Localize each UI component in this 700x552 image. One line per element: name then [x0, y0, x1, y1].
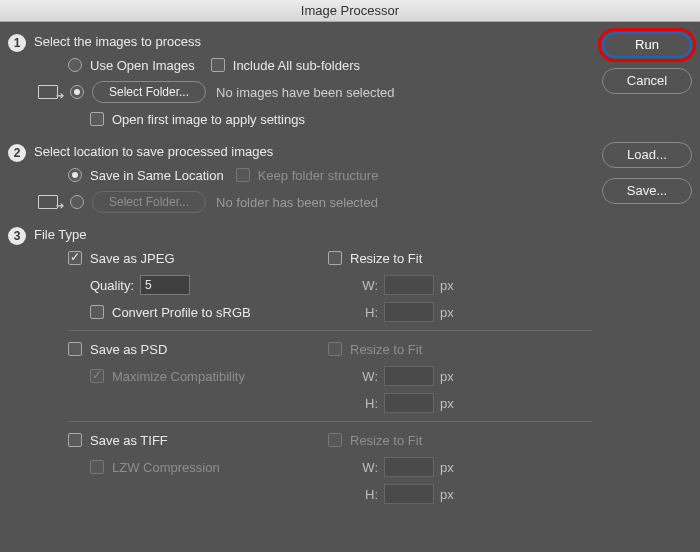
save-as-psd-checkbox[interactable]	[68, 342, 82, 356]
divider	[68, 421, 592, 422]
jpeg-h-label: H:	[350, 305, 378, 320]
save-button[interactable]: Save...	[602, 178, 692, 204]
cancel-button[interactable]: Cancel	[602, 68, 692, 94]
lzw-compression-checkbox	[90, 460, 104, 474]
convert-srgb-checkbox[interactable]	[90, 305, 104, 319]
select-folder-radio[interactable]	[70, 85, 84, 99]
jpeg-w-unit: px	[440, 278, 454, 293]
run-button[interactable]: Run	[602, 32, 692, 58]
save-same-location-radio[interactable]	[68, 168, 82, 182]
include-subfolders-label: Include All sub-folders	[233, 58, 360, 73]
no-folder-note: No folder has been selected	[216, 195, 378, 210]
jpeg-h-unit: px	[440, 305, 454, 320]
psd-height-input	[384, 393, 434, 413]
psd-w-label: W:	[350, 369, 378, 384]
step2-title: Select location to save processed images	[34, 144, 592, 159]
jpeg-resize-label: Resize to Fit	[350, 251, 422, 266]
jpeg-quality-input[interactable]	[140, 275, 190, 295]
save-as-jpeg-label: Save as JPEG	[90, 251, 175, 266]
tiff-width-input	[384, 457, 434, 477]
jpeg-height-input	[384, 302, 434, 322]
jpeg-w-label: W:	[350, 278, 378, 293]
save-select-folder-radio[interactable]	[70, 195, 84, 209]
save-same-location-label: Save in Same Location	[90, 168, 224, 183]
keep-folder-structure-checkbox	[236, 168, 250, 182]
save-as-tiff-checkbox[interactable]	[68, 433, 82, 447]
psd-resize-checkbox	[328, 342, 342, 356]
step-badge-2: 2	[8, 144, 26, 162]
psd-width-input	[384, 366, 434, 386]
maximize-compat-label: Maximize Compatibility	[112, 369, 245, 384]
open-first-image-label: Open first image to apply settings	[112, 112, 305, 127]
folder-arrow-icon: ➔	[38, 85, 58, 99]
maximize-compat-checkbox	[90, 369, 104, 383]
psd-h-unit: px	[440, 396, 454, 411]
jpeg-width-input	[384, 275, 434, 295]
section-file-type: 3 File Type Save as JPEG Resize to Fit	[8, 221, 592, 513]
tiff-resize-checkbox	[328, 433, 342, 447]
save-as-jpeg-checkbox[interactable]	[68, 251, 82, 265]
tiff-height-input	[384, 484, 434, 504]
folder-arrow-icon-2: ➔	[38, 195, 58, 209]
section-save-location: 2 Select location to save processed imag…	[8, 138, 592, 221]
divider	[68, 330, 592, 331]
lzw-compression-label: LZW Compression	[112, 460, 220, 475]
tiff-h-unit: px	[440, 487, 454, 502]
psd-resize-label: Resize to Fit	[350, 342, 422, 357]
step-badge-1: 1	[8, 34, 26, 52]
section-select-images: 1 Select the images to process Use Open …	[8, 28, 592, 138]
jpeg-resize-checkbox[interactable]	[328, 251, 342, 265]
tiff-resize-label: Resize to Fit	[350, 433, 422, 448]
step3-title: File Type	[34, 227, 592, 242]
use-open-images-label: Use Open Images	[90, 58, 195, 73]
step1-title: Select the images to process	[34, 34, 592, 49]
include-subfolders-checkbox[interactable]	[211, 58, 225, 72]
convert-srgb-label: Convert Profile to sRGB	[112, 305, 251, 320]
jpeg-quality-label: Quality:	[90, 278, 134, 293]
select-folder-button[interactable]: Select Folder...	[92, 81, 206, 103]
use-open-images-radio[interactable]	[68, 58, 82, 72]
tiff-w-label: W:	[350, 460, 378, 475]
window-titlebar: Image Processor	[0, 0, 700, 22]
save-select-folder-button: Select Folder...	[92, 191, 206, 213]
no-images-note: No images have been selected	[216, 85, 395, 100]
step-badge-3: 3	[8, 227, 26, 245]
psd-w-unit: px	[440, 369, 454, 384]
save-as-psd-label: Save as PSD	[90, 342, 167, 357]
keep-folder-structure-label: Keep folder structure	[258, 168, 379, 183]
save-as-tiff-label: Save as TIFF	[90, 433, 168, 448]
psd-h-label: H:	[350, 396, 378, 411]
tiff-h-label: H:	[350, 487, 378, 502]
tiff-w-unit: px	[440, 460, 454, 475]
open-first-image-checkbox[interactable]	[90, 112, 104, 126]
load-button[interactable]: Load...	[602, 142, 692, 168]
